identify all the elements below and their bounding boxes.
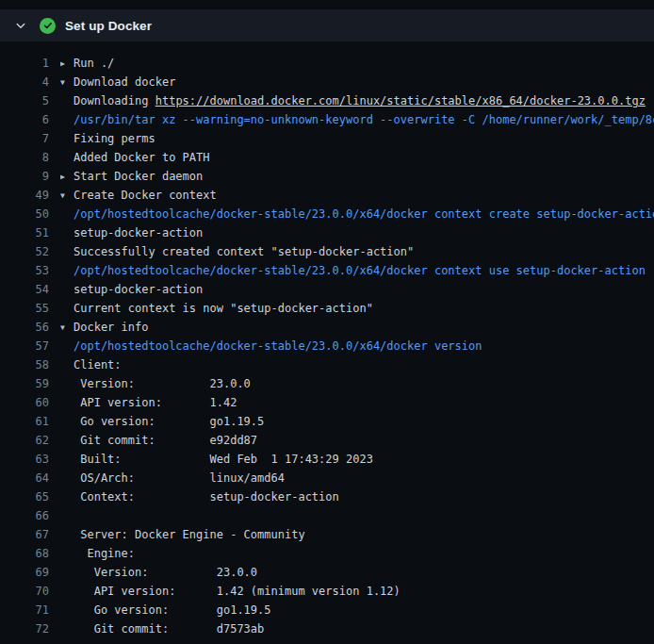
log-text: [60, 506, 654, 525]
log-text: OS/Arch: linux/amd64: [60, 469, 654, 487]
log-text: Context: setup-docker-action: [60, 487, 654, 506]
log-line: 58Client:: [0, 355, 654, 374]
line-number[interactable]: 69: [0, 563, 49, 582]
log-text: Go version: go1.19.5: [60, 601, 654, 619]
log-text: Current context is now "setup-docker-act…: [60, 299, 654, 318]
log-line: 62 Git commit: e92dd87: [0, 431, 654, 450]
log-line: 57/opt/hostedtoolcache/docker-stable/23.…: [0, 337, 654, 355]
line-number[interactable]: 64: [0, 469, 49, 487]
line-number[interactable]: 67: [0, 525, 49, 544]
group-title[interactable]: Run ./: [74, 57, 114, 70]
log-line: 69 Version: 23.0.0: [0, 563, 654, 582]
log-line: 63 Built: Wed Feb 1 17:43:29 2023: [0, 450, 654, 469]
line-number[interactable]: 55: [0, 299, 49, 318]
line-number[interactable]: 1: [0, 54, 49, 73]
log-group-row: 4▼Download docker: [0, 73, 654, 91]
log-text: Client:: [60, 355, 654, 374]
log-text: Built: Wed Feb 1 17:43:29 2023: [60, 450, 654, 469]
log-line: 59 Version: 23.0.0: [0, 374, 654, 393]
log-text: Fixing perms: [60, 129, 654, 148]
log-group-row: 1▶Run ./: [0, 54, 654, 73]
log-group-row: 9▶Start Docker daemon: [0, 167, 654, 186]
line-number[interactable]: 52: [0, 242, 49, 261]
step-header[interactable]: Set up Docker: [0, 9, 654, 41]
log-text: Version: 23.0.0: [60, 563, 654, 582]
log-line: 50/opt/hostedtoolcache/docker-stable/23.…: [0, 205, 654, 223]
group-title[interactable]: Start Docker daemon: [74, 170, 203, 183]
log-line: 70 API version: 1.42 (minimum version 1.…: [0, 582, 654, 601]
line-number[interactable]: 4: [0, 73, 49, 91]
log-text: Added Docker to PATH: [60, 148, 654, 167]
log-text: Downloading https://download.docker.com/…: [60, 91, 654, 110]
line-number[interactable]: 62: [0, 431, 49, 450]
step-title: Set up Docker: [65, 19, 152, 33]
line-number[interactable]: 72: [0, 619, 49, 638]
line-number[interactable]: 57: [0, 337, 49, 355]
log-command-text: /opt/hostedtoolcache/docker-stable/23.0.…: [60, 261, 654, 280]
log-line: 53/opt/hostedtoolcache/docker-stable/23.…: [0, 261, 654, 280]
line-number[interactable]: 59: [0, 374, 49, 393]
log-line: 67 Server: Docker Engine - Community: [0, 525, 654, 544]
log-text: setup-docker-action: [60, 223, 654, 242]
log-link[interactable]: https://download.docker.com/linux/static…: [155, 94, 646, 107]
log-line: 60 API version: 1.42: [0, 393, 654, 412]
group-title[interactable]: Create Docker context: [74, 189, 217, 202]
line-number[interactable]: 5: [0, 91, 49, 110]
log-line: 71 Go version: go1.19.5: [0, 601, 654, 619]
log-line: 61 Go version: go1.19.5: [0, 412, 654, 431]
triangle-right-icon[interactable]: ▶: [60, 55, 74, 73]
log-line: 5Downloading https://download.docker.com…: [0, 91, 654, 110]
line-number[interactable]: 63: [0, 450, 49, 469]
log-command-text: /opt/hostedtoolcache/docker-stable/23.0.…: [60, 205, 654, 223]
log-line: 52Successfully created context "setup-do…: [0, 242, 654, 261]
triangle-right-icon[interactable]: ▶: [60, 168, 74, 186]
log-text: Go version: go1.19.5: [60, 412, 654, 431]
group-title[interactable]: Docker info: [74, 321, 148, 334]
log-text: setup-docker-action: [60, 280, 654, 299]
line-number[interactable]: 66: [0, 506, 49, 525]
line-number[interactable]: 50: [0, 205, 49, 223]
line-number[interactable]: 9: [0, 167, 49, 186]
log: 1▶Run ./4▼Download docker5Downloading ht…: [0, 41, 654, 638]
line-number[interactable]: 6: [0, 110, 49, 129]
log-line: 6/usr/bin/tar xz --warning=no-unknown-ke…: [0, 110, 654, 129]
log-line: 68 Engine:: [0, 544, 654, 563]
log-text-prefix: Downloading: [74, 94, 155, 107]
line-number[interactable]: 68: [0, 544, 49, 563]
log-text: Git commit: d7573ab: [60, 619, 654, 638]
log-line: 8Added Docker to PATH: [0, 148, 654, 167]
log-text: Git commit: e92dd87: [60, 431, 654, 450]
line-number[interactable]: 54: [0, 280, 49, 299]
line-number[interactable]: 8: [0, 148, 49, 167]
triangle-down-icon[interactable]: ▼: [60, 187, 74, 205]
line-number[interactable]: 56: [0, 318, 49, 337]
line-number[interactable]: 58: [0, 355, 49, 374]
line-number[interactable]: 7: [0, 129, 49, 148]
log-line: 65 Context: setup-docker-action: [0, 487, 654, 506]
log-text: Version: 23.0.0: [60, 374, 654, 393]
log-line: 66: [0, 506, 654, 525]
log-line: 51setup-docker-action: [0, 223, 654, 242]
line-number[interactable]: 61: [0, 412, 49, 431]
line-number[interactable]: 60: [0, 393, 49, 412]
log-line: 64 OS/Arch: linux/amd64: [0, 469, 654, 487]
log-line: 54setup-docker-action: [0, 280, 654, 299]
log-group-row: 56▼Docker info: [0, 318, 654, 337]
line-number[interactable]: 65: [0, 487, 49, 506]
log-text: Engine:: [60, 544, 654, 563]
log-group-row: 49▼Create Docker context: [0, 186, 654, 205]
log-line: 55Current context is now "setup-docker-a…: [0, 299, 654, 318]
log-text: API version: 1.42: [60, 393, 654, 412]
line-number[interactable]: 70: [0, 582, 49, 601]
line-number[interactable]: 51: [0, 223, 49, 242]
group-title[interactable]: Download docker: [74, 75, 175, 89]
log-text: API version: 1.42 (minimum version 1.12): [60, 582, 654, 601]
log-text: Successfully created context "setup-dock…: [60, 242, 654, 261]
line-number[interactable]: 71: [0, 601, 49, 619]
chevron-down-icon[interactable]: [13, 18, 28, 33]
line-number[interactable]: 49: [0, 186, 49, 205]
triangle-down-icon[interactable]: ▼: [60, 74, 74, 91]
log-text: Server: Docker Engine - Community: [60, 525, 654, 544]
triangle-down-icon[interactable]: ▼: [60, 319, 74, 337]
line-number[interactable]: 53: [0, 261, 49, 280]
